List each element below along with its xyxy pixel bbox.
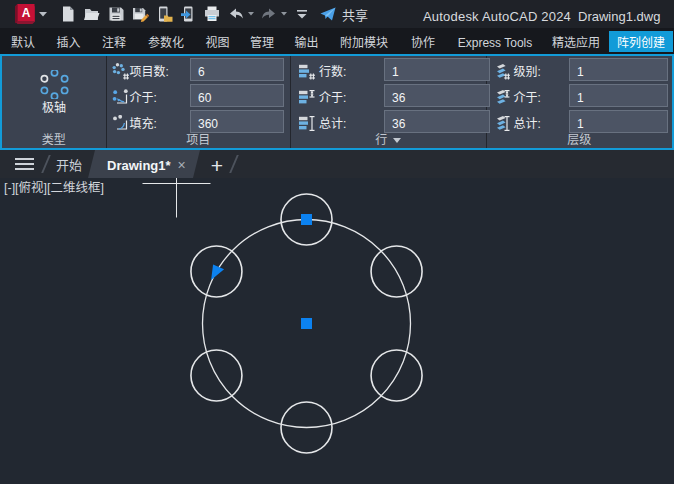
ribbon-tab-view[interactable]: 视图 [195,28,240,54]
quick-access-toolbar: A 共享 [12,0,368,28]
row-total-field[interactable]: 36 [384,110,490,133]
level-between-field[interactable]: 1 [569,84,668,107]
item-fill-angle-glyph [112,115,129,132]
panel-items: 项目数: 6 介于: 60 填充: 360 项目 [107,56,292,148]
open-file-glyph [83,5,101,23]
tab-close-icon[interactable]: × [178,154,186,174]
file-tab-drawing1[interactable]: Drawing1* × [88,150,200,178]
ribbon-tab-home[interactable]: 默认 [0,28,46,54]
field-label: 总计: [319,114,346,131]
field-label: 介于: [130,88,157,105]
level-count-field[interactable]: 1 [569,58,668,81]
field-label: 项目数: [130,62,169,79]
level-total-icon [493,113,510,130]
field-value: 1 [577,114,584,131]
new-file-icon[interactable] [56,1,80,27]
ribbon-tab-express-tools[interactable]: Express Tools [447,28,543,54]
item-count-field[interactable]: 6 [190,58,284,81]
new-drawing-tab-button[interactable]: + [205,150,229,178]
undo-glyph [227,5,245,23]
open-from-mobile-icon[interactable] [152,1,176,27]
ribbon-tab-bar: 默认 插入 注释 参数化 视图 管理 输出 附加模块 协作 Express To… [0,28,674,54]
panel-levels: 级别: 1 介于: 1 总计: 1 层级 [487,56,673,148]
caret-down [39,12,48,17]
ribbon-field-row: 介于: 36 [291,84,486,107]
ribbon-tab-featured-apps[interactable]: 精选应用 [543,28,609,54]
undo-icon[interactable] [224,1,248,27]
ribbon-field-row: 总计: 36 [291,110,486,133]
ribbon-tab-array-creation[interactable]: 阵列创建 [609,31,673,52]
field-label: 介于: [514,88,541,105]
row-count-field[interactable]: 1 [384,58,490,81]
item-count-glyph [112,63,129,80]
ribbon-tab-manage[interactable]: 管理 [240,28,284,54]
item-count-icon [112,61,129,78]
panel-rows: 行数: 1 介于: 36 总计: 36 行 [291,56,487,148]
level-count-glyph [493,63,510,80]
file-tabs-menu-icon[interactable] [15,158,34,171]
field-value: 60 [198,88,211,105]
redo-icon[interactable] [257,1,281,27]
field-value: 1 [577,62,584,79]
undo-dropdown-icon[interactable] [248,1,257,27]
ribbon-tab-parametric[interactable]: 参数化 [137,28,195,54]
row-between-field[interactable]: 36 [384,84,490,107]
save-to-mobile-icon[interactable] [176,1,200,27]
ribbon-tab-insert[interactable]: 插入 [46,28,91,54]
polar-array-glyph [40,70,69,99]
ribbon-tab-output[interactable]: 输出 [284,28,329,54]
logo-dropdown-icon[interactable] [39,1,48,27]
redo-dropdown-icon[interactable] [281,1,290,27]
new-file-glyph [59,5,77,23]
share-glyph [319,5,337,23]
panel-label-items[interactable]: 项目 [107,132,291,146]
ribbon-field-row: 项目数: 6 [107,58,291,81]
save-icon[interactable] [104,1,128,27]
panel-label-type[interactable]: 类型 [2,132,106,146]
share-label[interactable]: 共享 [342,5,368,24]
plot-icon[interactable] [200,1,224,27]
ribbon-tab-collaborate[interactable]: 协作 [399,28,447,54]
customize-qat-glyph [293,5,311,23]
ribbon-field-row: 行数: 1 [291,58,486,81]
level-total-glyph [493,115,510,132]
ribbon-tab-addins[interactable]: 附加模块 [329,28,399,54]
tab-separator [229,155,239,173]
row-total-icon [298,113,315,130]
share-icon[interactable] [316,1,340,27]
field-label: 介于: [319,88,346,105]
ribbon-field-row: 级别: 1 [487,58,673,81]
field-label: 填充: [130,114,157,131]
panel-label-levels[interactable]: 层级 [487,132,673,146]
field-value: 1 [392,62,399,79]
drawing-canvas[interactable]: [-][俯视][二维线框] [0,178,674,484]
polar-array-icon [40,70,69,99]
item-fill-angle-icon [112,113,129,130]
customize-qat-icon[interactable] [290,1,314,27]
field-label: 总计: [514,114,541,131]
row-between-icon [298,87,315,104]
item-angle-between-field[interactable]: 60 [190,84,284,107]
tab-separator [41,155,51,173]
row-between-glyph [298,89,315,106]
save-as-icon[interactable] [128,1,152,27]
autocad-logo[interactable]: A [12,2,38,26]
field-value: 1 [577,88,584,105]
field-label: 级别: [514,62,541,79]
panel-label-rows-text: 行 [375,130,387,147]
app-title: Autodesk AutoCAD 2024 [423,6,571,25]
caret-down [248,12,255,17]
open-file-icon[interactable] [80,1,104,27]
level-count-icon [493,61,510,78]
item-angle-between-glyph [112,89,129,106]
polar-type-button[interactable]: 极轴 [2,58,106,128]
autocad-window: A 共享 Autodesk AutoCAD 2024 Drawing1.dwg … [0,0,674,484]
caret-down [281,12,288,17]
file-tab-start[interactable]: 开始 [56,150,82,178]
ribbon-tab-annotate[interactable]: 注释 [91,28,137,54]
redo-glyph [260,5,278,23]
row-total-glyph [298,115,315,132]
panel-label-rows[interactable]: 行 [291,132,486,146]
save-to-mobile-glyph [179,5,197,23]
viewport-controls[interactable]: [-][俯视][二维线框] [4,180,104,194]
